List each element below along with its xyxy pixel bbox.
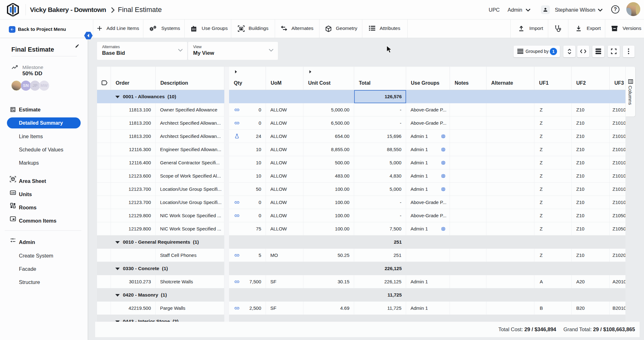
svg-text:100: 100 <box>11 191 15 194</box>
